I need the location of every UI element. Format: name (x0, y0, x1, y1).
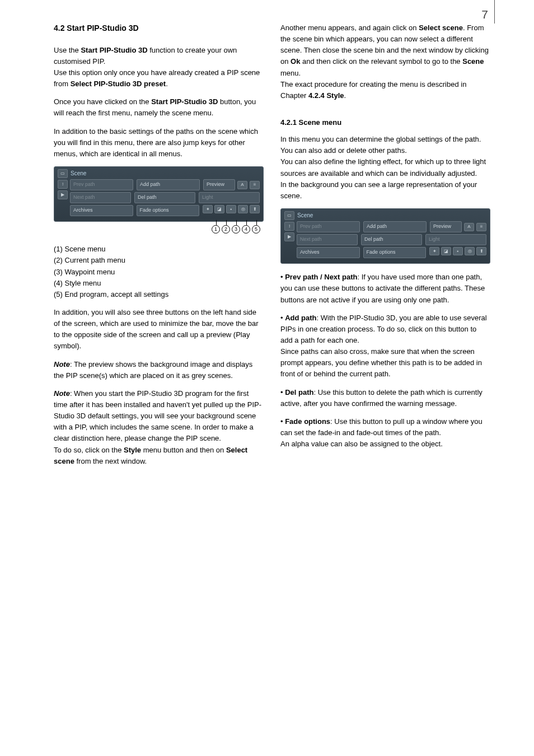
prev-path-button: Prev path (297, 221, 360, 232)
bullet-para: • Fade options: Use this button to pull … (280, 416, 490, 438)
callout-4: 4 (242, 225, 250, 234)
para: In this menu you can determine the globa… (280, 134, 490, 156)
bold: Fade options (285, 417, 330, 426)
panel-main: Scene Prev path Add path Preview A ≡ Nex… (297, 211, 486, 260)
a-icon: A (464, 223, 474, 231)
panel-main: Scene Prev path Add path Preview A ≡ Nex… (70, 169, 260, 218)
bold: Start PIP-Studio 3D (151, 97, 218, 106)
para: In the background you can see a large re… (280, 179, 490, 202)
add-path-button: Add path (363, 221, 427, 232)
para: Use this option only once you have alrea… (54, 67, 264, 90)
prev-path-button: Prev path (70, 179, 133, 190)
corner-rule (494, 0, 495, 24)
nav-icon-3: ▪ (453, 247, 463, 255)
list-item: (4) Style menu (54, 278, 264, 289)
nav-icon-3: ▪ (226, 205, 236, 213)
para: In addition to the basic settings of the… (54, 126, 264, 160)
bold: Scene (462, 57, 484, 66)
text: menu button and then on (141, 446, 226, 454)
nav-icon-1: ✦ (429, 247, 439, 255)
text: . (166, 80, 168, 88)
nav-icon-5: ⬆ (476, 247, 486, 255)
bold: Add path (285, 314, 316, 322)
bold: Del path (285, 388, 313, 396)
list-item: (2) Current path menu (54, 255, 264, 266)
fade-options-button: Fade options (137, 205, 200, 216)
nav-icon-5: ⬆ (250, 205, 260, 213)
bold: Select PIP-Studio 3D preset (71, 80, 166, 88)
bold: Start PIP-Studio 3D (81, 46, 147, 54)
right-column: Another menu appears, and again click on… (280, 19, 490, 474)
archives-button: Archives (297, 247, 360, 258)
para: An alpha value can also be assigned to t… (280, 438, 490, 450)
content-columns: 4.2 Start PIP-Studio 3D Use the Start PI… (54, 19, 490, 474)
bold: Select scene (419, 24, 463, 32)
nav-icon-2: ◪ (441, 247, 451, 255)
callout-2: 2 (222, 225, 230, 234)
text: Another menu appears, and again click on (280, 24, 419, 32)
panel-sidebar: ▭ ↕ ▶ (284, 211, 294, 260)
del-path-button: Del path (134, 192, 195, 203)
para: Another menu appears, and again click on… (280, 22, 490, 79)
scene-panel-screenshot-2: ▭ ↕ ▶ Scene Prev path Add path Preview A… (280, 208, 490, 264)
note-label: Note (54, 389, 70, 398)
panel-title: Scene (70, 169, 260, 178)
fade-options-button: Fade options (363, 247, 427, 258)
bold: Style (124, 446, 141, 454)
bullet-para: • Prev path / Next path: If you have use… (280, 272, 490, 305)
note-para: Note: The preview shows the background i… (54, 359, 264, 381)
para: In addition, you will also see three but… (54, 307, 264, 352)
text: : When you start the PIP-Studio 3D progr… (54, 389, 261, 443)
light-button: Light (425, 234, 486, 245)
callout-1: 1 (212, 225, 220, 234)
menu-icon: ≡ (476, 223, 486, 231)
a-icon: A (237, 181, 247, 189)
bold: Ok (291, 57, 300, 66)
nav-icon-4: ◎ (465, 247, 475, 255)
bullet: • (280, 388, 285, 396)
para: Use the Start PIP-Studio 3D function to … (54, 45, 264, 67)
text: To do so, click on the (54, 446, 124, 454)
minimize-icon: ▭ (284, 211, 294, 220)
para: You can also define the lighting effect,… (280, 156, 490, 179)
move-icon: ↕ (58, 180, 68, 189)
section-heading: 4.2 Start PIP-Studio 3D (54, 22, 264, 35)
bullet: • (280, 417, 285, 426)
text: . (344, 91, 346, 100)
callout-numbers: 1 2 3 4 5 (54, 225, 264, 234)
para: Since paths can also cross, make sure th… (280, 346, 490, 380)
para: The exact procedure for creating the men… (280, 79, 490, 101)
list-item: (3) Waypoint menu (54, 267, 264, 278)
nav-icon-2: ◪ (214, 205, 224, 213)
del-path-button: Del path (361, 234, 422, 245)
bold: 4.2.4 Style (308, 91, 344, 100)
play-icon: ▶ (284, 232, 294, 241)
minimize-icon: ▭ (58, 169, 68, 178)
text: menu. (280, 69, 301, 77)
callout-5: 5 (252, 225, 260, 234)
move-icon: ↕ (284, 222, 294, 231)
bullet: • (280, 314, 285, 322)
text: from the next window. (74, 457, 147, 465)
bullet-para: • Del path: Use this button to delete th… (280, 387, 490, 409)
callout-3: 3 (232, 225, 240, 234)
light-button: Light (199, 192, 260, 203)
panel-sidebar: ▭ ↕ ▶ (58, 169, 68, 218)
play-icon: ▶ (58, 190, 68, 199)
panel-title: Scene (297, 211, 486, 220)
bullet-para: • Add path: With the PIP-Studio 3D, you … (280, 312, 490, 346)
preview-button: Preview (203, 179, 235, 190)
list-item: (1) Scene menu (54, 244, 264, 255)
bold: Prev path / Next path (285, 273, 357, 281)
subsection-heading: 4.2.1 Scene menu (280, 117, 490, 128)
para: To do so, click on the Style menu button… (54, 445, 264, 467)
text: : The preview shows the background image… (54, 360, 252, 380)
page-number: 7 (481, 6, 488, 24)
text: Once you have clicked on the (54, 97, 151, 106)
nav-icon-4: ◎ (238, 205, 248, 213)
list-item: (5) End program, accept all settings (54, 289, 264, 300)
note-para: Note: When you start the PIP-Studio 3D p… (54, 388, 264, 445)
next-path-button: Next path (297, 234, 358, 245)
left-column: 4.2 Start PIP-Studio 3D Use the Start PI… (54, 19, 264, 474)
add-path-button: Add path (137, 179, 200, 190)
